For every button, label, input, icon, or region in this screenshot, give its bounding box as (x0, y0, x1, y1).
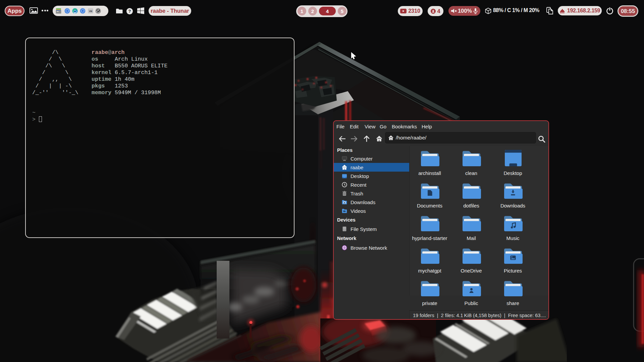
svg-text:?: ? (128, 9, 131, 14)
svg-text:VM: VM (89, 10, 92, 12)
